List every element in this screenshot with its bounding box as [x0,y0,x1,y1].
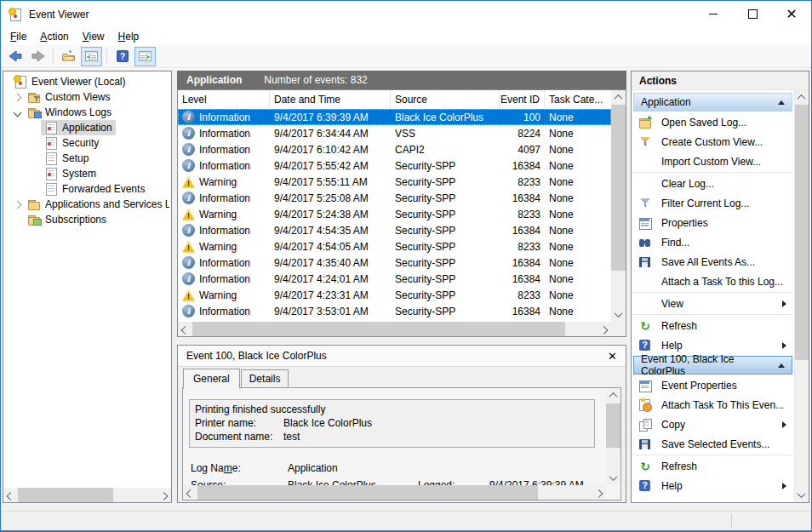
close-preview-button[interactable]: ✕ [608,350,617,363]
event-row[interactable]: Information9/4/2017 3:53:01 AMSecurity-S… [178,303,611,319]
help-button[interactable]: ? [112,47,133,66]
action-help[interactable]: Help [632,476,794,495]
column-header-source[interactable]: Source [391,90,500,109]
tab-details[interactable]: Details [241,369,289,388]
event-row[interactable]: Information9/4/2017 4:35:40 AMSecurity-S… [178,255,611,271]
actions-section-event-100-black-ice-colorplus[interactable]: Event 100, Black Ice ColorPlus [633,356,792,375]
back-button[interactable] [4,47,26,66]
tree-item-setup[interactable]: Setup [3,151,169,166]
scrollbar-thumb[interactable] [192,322,565,336]
scroll-up-button[interactable] [794,90,809,105]
action-open-saved-log[interactable]: Open Saved Log... [632,112,794,132]
collapse-section-icon[interactable] [778,363,785,368]
tree-item-windows-logs[interactable]: Windows Logs [3,105,169,120]
scroll-right-button[interactable] [592,485,606,500]
event-row[interactable]: Information9/4/2017 5:25:08 AMSecurity-S… [178,190,611,206]
table-vertical-scrollbar[interactable] [611,90,626,322]
action-save-all-events-as[interactable]: Save All Events As... [632,252,794,272]
menu-view[interactable]: View [76,29,112,44]
maximize-button[interactable] [733,1,772,27]
scrollbar-thumb[interactable] [606,403,620,448]
tree-item-event-viewer-local[interactable]: Event Viewer (Local) [3,74,169,89]
scroll-left-button[interactable] [3,488,18,502]
event-row[interactable]: Information9/4/2017 6:10:42 AMCAPI24097N… [178,141,611,157]
scroll-down-button[interactable] [794,488,809,502]
scrollbar-thumb[interactable] [197,485,538,500]
expand-icon[interactable] [10,202,24,208]
event-row[interactable]: Warning9/4/2017 4:54:05 AMSecurity-SPP82… [178,238,611,255]
action-attach-task-to-this-even[interactable]: Attach Task To This Even... [632,395,794,415]
actions-vertical-scrollbar[interactable] [794,90,809,502]
event-row[interactable]: Information9/4/2017 6:34:44 AMVSS8224Non… [178,125,611,141]
column-header-task-category[interactable]: Task Cate... [545,90,609,109]
action-event-properties[interactable]: Event Properties [632,375,794,395]
tree-item-custom-views[interactable]: Custom Views [3,89,169,105]
scroll-down-button[interactable] [606,471,620,485]
menu-file[interactable]: File [3,29,33,44]
scrollbar-thumb[interactable] [611,105,626,271]
minimize-button[interactable] [694,1,733,27]
column-header-level[interactable]: Level [178,90,270,109]
collapse-icon[interactable] [10,110,24,116]
tree-item-system[interactable]: System [3,166,169,181]
scroll-right-button[interactable] [157,488,171,502]
scroll-up-icon [609,392,618,401]
show-action-pane-button[interactable] [134,47,156,66]
action-help[interactable]: Help [632,335,794,355]
preview-splitter[interactable] [177,337,626,345]
event-description-box[interactable]: Printing finished successfully Printer n… [189,399,595,448]
tree-item-security[interactable]: Security [3,135,169,151]
details-vertical-scrollbar[interactable] [606,388,620,485]
event-row[interactable]: Warning9/4/2017 5:24:38 AMSecurity-SPP82… [178,206,611,222]
close-button[interactable]: ✕ [772,1,811,27]
scrollbar-thumb[interactable] [795,105,809,360]
action-properties[interactable]: Properties [632,213,794,232]
scrollbar-thumb[interactable] [18,488,113,502]
menu-help[interactable]: Help [112,29,146,44]
action-attach-a-task-to-this-log[interactable]: Attach a Task To this Log... [632,272,794,291]
scroll-left-button[interactable] [178,322,192,336]
tree-item-applications-and-services-lo[interactable]: Applications and Services Lo [3,197,169,212]
action-clear-log[interactable]: Clear Log... [632,174,794,193]
collapse-section-icon[interactable] [778,100,785,105]
expand-icon[interactable] [10,94,24,100]
action-copy[interactable]: Copy [632,415,794,434]
event-row[interactable]: Information9/4/2017 5:55:42 AMSecurity-S… [178,157,611,174]
action-import-custom-view[interactable]: Import Custom View... [632,152,794,171]
action-find[interactable]: Find... [632,232,794,252]
tab-general[interactable]: General [183,369,240,389]
action-label: Properties [661,217,794,229]
toolbar-separator [106,49,107,64]
scroll-up-button[interactable] [606,388,620,403]
column-header-date-time[interactable]: Date and Time [270,90,391,109]
event-row[interactable]: Information9/4/2017 4:54:35 AMSecurity-S… [178,222,611,238]
action-view[interactable]: View [632,294,794,313]
scroll-right-button[interactable] [597,322,611,336]
task-category-cell: None [545,222,609,238]
level-cell: Information [199,192,250,204]
tree-horizontal-scrollbar[interactable] [3,488,171,502]
open-saved-log-button[interactable] [58,47,79,66]
actions-section-application[interactable]: Application [633,93,792,112]
event-row[interactable]: Warning9/4/2017 4:23:31 AMSecurity-SPP82… [178,287,611,303]
details-horizontal-scrollbar[interactable] [183,485,606,500]
action-create-custom-view[interactable]: Create Custom View... [632,132,794,152]
action-refresh[interactable]: Refresh [632,316,794,335]
table-horizontal-scrollbar[interactable] [178,322,611,336]
tree-item-subscriptions[interactable]: Subscriptions [3,212,169,227]
event-row[interactable]: Information9/4/2017 6:39:39 AMBlack Ice … [178,109,611,125]
column-header-event-id[interactable]: Event ID [500,90,545,109]
menu-action[interactable]: Action [33,29,75,44]
scroll-left-button[interactable] [183,485,197,500]
event-row[interactable]: Information9/4/2017 4:24:01 AMSecurity-S… [178,271,611,287]
scroll-up-button[interactable] [611,90,626,105]
show-console-tree-button[interactable] [81,47,102,66]
tree-item-forwarded-events[interactable]: Forwarded Events [3,181,169,197]
action-refresh[interactable]: Refresh [632,456,794,476]
scroll-down-button[interactable] [611,307,626,322]
event-row[interactable]: Warning9/4/2017 5:55:11 AMSecurity-SPP82… [178,174,611,190]
action-save-selected-events[interactable]: Save Selected Events... [632,434,794,454]
tree-item-application[interactable]: Application [3,120,169,135]
forward-button[interactable] [27,47,49,66]
action-filter-current-log[interactable]: Filter Current Log... [632,193,794,213]
